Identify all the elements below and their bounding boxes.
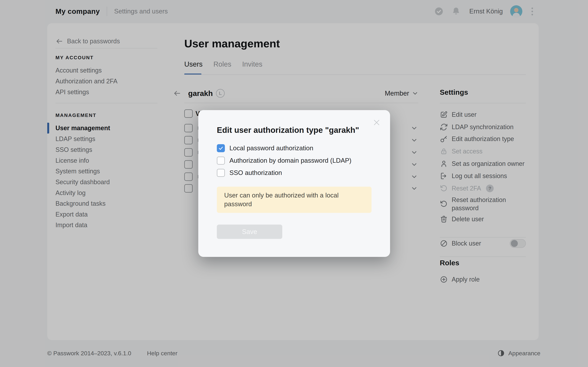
checkbox-checked-icon[interactable] (217, 144, 225, 152)
edit-authorization-modal: Edit user authorization type "garakh" Lo… (198, 110, 390, 257)
notice-banner: User can only be authorized with a local… (217, 187, 372, 213)
option-sso-authorization[interactable]: SSO authorization (217, 169, 282, 177)
option-local-password-authorization[interactable]: Local password authorization (217, 144, 313, 152)
save-button[interactable]: Save (217, 225, 282, 239)
modal-title: Edit user authorization type "garakh" (217, 125, 374, 135)
checkbox-unchecked-icon[interactable] (217, 157, 225, 165)
option-ldap-authorization[interactable]: Authorization by domain password (LDAP) (217, 157, 351, 165)
checkbox-unchecked-icon[interactable] (217, 169, 225, 177)
